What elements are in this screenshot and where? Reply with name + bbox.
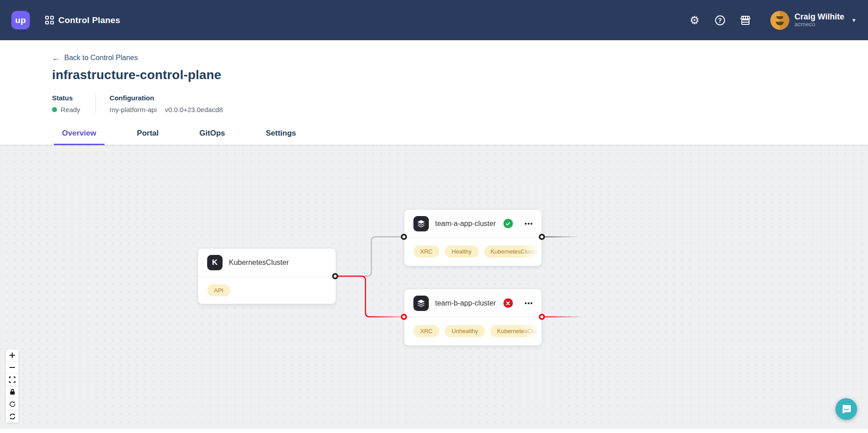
node-team-b-app-cluster[interactable]: team-b-app-cluster ••• XRC Unhealthy Kub… bbox=[404, 289, 542, 346]
more-menu-icon[interactable]: ••• bbox=[525, 300, 533, 307]
zoom-in-button[interactable] bbox=[6, 349, 19, 362]
tab-gitops[interactable]: GitOps bbox=[191, 124, 233, 145]
lock-icon bbox=[9, 389, 15, 395]
marketplace-button[interactable] bbox=[739, 14, 752, 27]
avatar bbox=[770, 11, 789, 30]
configuration-block: Configuration my-platform-api v0.0.0+23.… bbox=[109, 94, 223, 113]
status-value: Ready bbox=[61, 106, 80, 113]
back-to-control-planes-link[interactable]: ← Back to Control Planes bbox=[52, 54, 138, 62]
unhealthy-x-icon bbox=[503, 298, 513, 308]
help-icon: ? bbox=[715, 15, 725, 25]
more-menu-icon[interactable]: ••• bbox=[525, 220, 533, 227]
node-title: team-b-app-cluster bbox=[435, 299, 496, 307]
upbound-logo[interactable]: up bbox=[11, 11, 30, 29]
node-title: KubernetesCluster bbox=[229, 259, 289, 267]
lock-button[interactable] bbox=[6, 386, 19, 398]
k-badge-icon: K bbox=[207, 255, 223, 270]
app-title: Control Planes bbox=[58, 15, 120, 25]
edge-kc-to-team-b bbox=[335, 276, 404, 317]
tab-bar: Overview Portal GitOps Settings bbox=[0, 124, 868, 145]
fade-overlay bbox=[522, 238, 541, 265]
configuration-version: v0.0.0+23.0edacd8 bbox=[165, 106, 223, 113]
status-label: Status bbox=[52, 94, 80, 102]
user-name: Craig Wilhite bbox=[795, 12, 844, 22]
sync-icon bbox=[9, 413, 16, 420]
graph-canvas[interactable]: K KubernetesCluster API team-a-app-clust… bbox=[0, 145, 868, 429]
status-ready-dot bbox=[52, 107, 57, 112]
minus-icon bbox=[9, 364, 15, 371]
edge-kc-to-team-a bbox=[335, 237, 404, 276]
tag-xrc: XRC bbox=[413, 325, 439, 337]
help-button[interactable]: ? bbox=[713, 14, 727, 27]
node-kubernetescluster[interactable]: K KubernetesCluster API bbox=[198, 248, 336, 304]
back-arrow-icon: ← bbox=[52, 54, 60, 62]
status-block: Status Ready bbox=[52, 94, 80, 113]
zoom-out-button[interactable] bbox=[6, 362, 19, 374]
reset-rotation-button[interactable] bbox=[6, 398, 19, 410]
plus-icon bbox=[9, 352, 15, 358]
top-navbar: up Control Planes ⚙ ? bbox=[0, 0, 868, 40]
rotate-icon bbox=[9, 401, 16, 408]
tag-unhealthy: Unhealthy bbox=[445, 325, 485, 337]
refresh-button[interactable] bbox=[6, 410, 19, 423]
tab-overview[interactable]: Overview bbox=[54, 124, 104, 145]
settings-gear-button[interactable]: ⚙ bbox=[688, 14, 702, 27]
user-org: acmeco bbox=[795, 21, 844, 28]
tag-xrc: XRC bbox=[413, 245, 439, 258]
tag-api: API bbox=[207, 284, 230, 297]
tag-healthy: Healthy bbox=[445, 245, 478, 258]
configuration-label: Configuration bbox=[109, 94, 223, 102]
node-team-a-app-cluster[interactable]: team-a-app-cluster ••• XRC Healthy Kuber… bbox=[404, 209, 542, 266]
node-title: team-a-app-cluster bbox=[435, 220, 496, 228]
grid-icon bbox=[45, 16, 54, 24]
chevron-down-icon: ▾ bbox=[852, 17, 855, 24]
chat-launcher-button[interactable] bbox=[835, 398, 857, 420]
tab-settings[interactable]: Settings bbox=[257, 124, 304, 145]
fit-view-icon bbox=[9, 377, 15, 383]
layers-icon bbox=[413, 296, 429, 311]
gear-icon: ⚙ bbox=[690, 15, 700, 26]
flow-controls bbox=[6, 349, 19, 423]
user-menu[interactable]: Craig Wilhite acmeco ▾ bbox=[770, 11, 855, 30]
healthy-check-icon bbox=[503, 219, 513, 228]
fit-view-button[interactable] bbox=[6, 374, 19, 386]
layers-icon bbox=[413, 216, 429, 231]
graph-edges bbox=[0, 145, 868, 429]
storefront-icon bbox=[740, 15, 751, 26]
page-header: ← Back to Control Planes infrastructure-… bbox=[0, 40, 868, 113]
configuration-name: my-platform-api bbox=[109, 106, 157, 113]
divider bbox=[95, 94, 96, 113]
chat-bubble-icon bbox=[841, 404, 852, 414]
page-title: infrastructure-control-plane bbox=[52, 68, 868, 82]
fade-overlay bbox=[522, 317, 541, 345]
tab-portal[interactable]: Portal bbox=[129, 124, 167, 145]
